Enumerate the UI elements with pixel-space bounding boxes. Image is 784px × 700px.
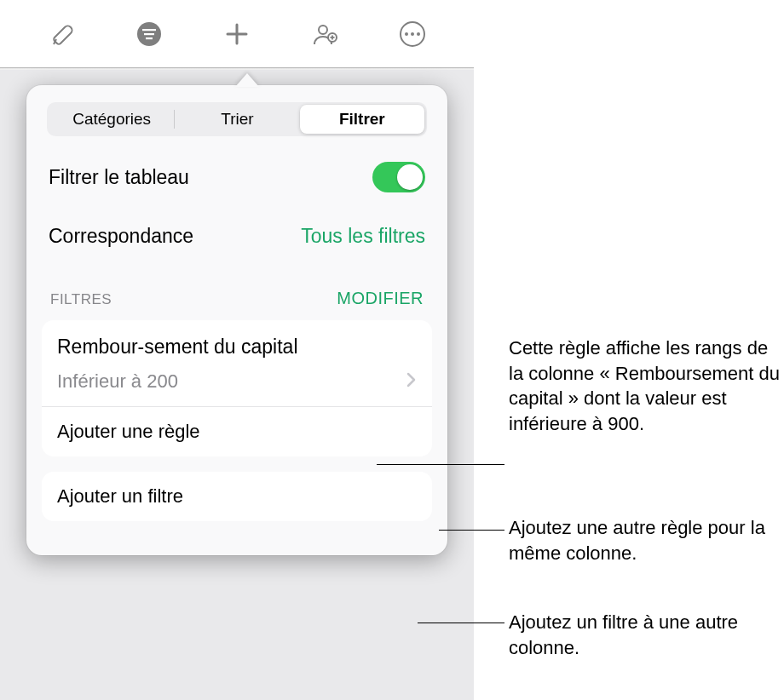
svg-rect-1 [142, 29, 156, 31]
svg-point-6 [319, 26, 327, 34]
svg-rect-2 [144, 33, 154, 35]
filter-table-label: Filtrer le tableau [49, 166, 189, 189]
callout-line-1 [377, 464, 504, 465]
match-value: Tous les filtres [301, 225, 425, 248]
filter-popover: Catégories Trier Filtrer Filtrer le tabl… [26, 85, 447, 555]
filters-edit-button[interactable]: MODIFIER [337, 289, 424, 308]
tab-sort[interactable]: Trier [175, 105, 299, 134]
rule-condition-row[interactable]: Inférieur à 200 [42, 364, 432, 407]
callout-add-rule: Ajoutez une autre règle pour la même col… [509, 515, 781, 565]
organize-tabs: Catégories Trier Filtrer [47, 102, 427, 136]
more-icon[interactable] [387, 9, 438, 60]
svg-rect-3 [146, 37, 153, 39]
organize-icon[interactable] [124, 9, 175, 60]
callout-add-filter: Ajoutez un filtre à une autre colonne. [509, 610, 781, 660]
filter-table-row: Filtrer le tableau [26, 148, 447, 206]
add-filter-card: Ajouter un filtre [42, 472, 432, 521]
rule-condition-text: Inférieur à 200 [57, 370, 178, 393]
tab-filter[interactable]: Filtrer [300, 105, 424, 134]
rule-column-name: Rembour-sement du capital [42, 320, 432, 364]
filter-rule-card: Rembour-sement du capital Inférieur à 20… [42, 320, 432, 456]
callout-line-2 [439, 530, 504, 531]
filter-table-toggle[interactable] [372, 162, 425, 192]
tab-categories[interactable]: Catégories [49, 105, 174, 134]
top-toolbar [0, 0, 474, 68]
match-row[interactable]: Correspondance Tous les filtres [26, 206, 447, 267]
svg-point-11 [405, 32, 408, 36]
add-rule-button[interactable]: Ajouter une règle [42, 407, 432, 456]
add-icon[interactable] [211, 9, 262, 60]
collaborate-icon[interactable] [299, 9, 350, 60]
filters-section-header: Filtres MODIFIER [26, 267, 447, 315]
callout-line-3 [418, 623, 504, 623]
add-filter-button[interactable]: Ajouter un filtre [42, 472, 432, 521]
chevron-right-icon [406, 372, 417, 392]
match-label: Correspondance [49, 225, 193, 248]
callout-rule-description: Cette règle affiche les rangs de la colo… [509, 336, 781, 437]
format-brush-icon[interactable] [36, 9, 87, 60]
svg-point-13 [417, 32, 420, 36]
toggle-knob [397, 164, 423, 190]
filters-section-title: Filtres [50, 291, 112, 308]
svg-point-12 [411, 32, 414, 36]
